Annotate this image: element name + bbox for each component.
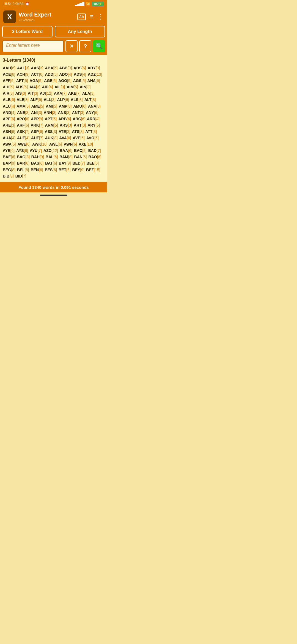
list-item[interactable]: AYU[7] (30, 148, 42, 154)
list-item[interactable]: BAM[8] (59, 154, 72, 160)
list-item[interactable]: ACH[9] (17, 71, 29, 78)
list-item[interactable]: ANE[3] (17, 110, 29, 116)
list-item[interactable]: BEL[6] (17, 167, 29, 173)
list-item[interactable]: ASH[6] (3, 129, 15, 135)
list-item[interactable]: BAH[9] (31, 154, 44, 160)
list-item[interactable]: ABS[6] (73, 65, 86, 71)
list-item[interactable]: AMP[8] (59, 103, 72, 110)
list-item[interactable]: ARK[7] (31, 122, 43, 129)
filter-icon[interactable]: ≡ (90, 13, 94, 21)
list-item[interactable]: AGA[5] (30, 78, 43, 84)
list-item[interactable]: ARC[6] (73, 116, 85, 122)
list-item[interactable]: AGS[5] (73, 78, 86, 84)
list-item[interactable]: AWL[6] (49, 141, 62, 148)
list-item[interactable]: ANY[6] (86, 110, 98, 116)
list-item[interactable]: AYE[6] (3, 148, 15, 154)
list-item[interactable]: AAL[3] (17, 65, 29, 71)
list-item[interactable]: AHA[6] (87, 78, 100, 84)
list-item[interactable]: BEZ[15] (86, 167, 100, 173)
list-item[interactable]: AWN[6] (64, 141, 77, 148)
book-icon[interactable]: Ab (77, 13, 86, 20)
list-item[interactable]: ACT[6] (31, 71, 43, 78)
list-item[interactable]: AIL[3] (54, 84, 65, 90)
list-item[interactable]: BAN[6] (74, 154, 87, 160)
list-item[interactable]: AND[4] (3, 110, 15, 116)
list-item[interactable]: AKA[7] (54, 90, 67, 97)
list-item[interactable]: AMU[6] (73, 103, 86, 110)
list-item[interactable]: ARD[4] (87, 116, 100, 122)
search-input-wrap[interactable] (2, 40, 64, 52)
menu-icon[interactable]: ⋮ (97, 13, 104, 21)
list-item[interactable]: ALT[3] (84, 97, 96, 103)
any-length-button[interactable]: Any Length (55, 26, 105, 37)
list-item[interactable]: APT[6] (45, 116, 57, 122)
list-item[interactable]: ASS[3] (45, 129, 57, 135)
list-item[interactable]: AVO[6] (86, 135, 99, 141)
list-item[interactable]: AIR[3] (3, 90, 14, 97)
list-item[interactable]: BAL[6] (46, 154, 58, 160)
list-item[interactable]: BIB[9] (3, 173, 14, 179)
list-item[interactable]: ARB[6] (58, 116, 71, 122)
search-button[interactable]: 🔍 (93, 40, 105, 52)
list-item[interactable]: AIN[3] (80, 84, 91, 90)
list-item[interactable]: ANI[3] (31, 110, 42, 116)
list-item[interactable]: ASP[6] (31, 129, 43, 135)
list-item[interactable]: ANT[3] (72, 110, 84, 116)
list-item[interactable]: ALA[3] (82, 90, 94, 97)
help-button[interactable]: ? (79, 40, 91, 52)
list-item[interactable]: AVA[6] (59, 135, 71, 141)
list-item[interactable]: ARS[3] (60, 122, 72, 129)
list-item[interactable]: AWE[6] (17, 141, 30, 148)
list-item[interactable]: ALP[6] (57, 97, 69, 103)
list-item[interactable]: BAE[6] (3, 154, 15, 160)
list-item[interactable]: AIT[3] (28, 90, 38, 97)
list-item[interactable]: AMA[5] (16, 103, 29, 110)
list-item[interactable]: ASK[7] (17, 129, 29, 135)
list-item[interactable]: ALE[3] (16, 97, 29, 103)
list-item[interactable]: ALU[4] (3, 103, 15, 110)
list-item[interactable]: BAC[9] (74, 148, 87, 154)
list-item[interactable]: AUE[4] (17, 135, 29, 141)
list-item[interactable]: APE[6] (3, 116, 15, 122)
list-item[interactable]: AIM[5] (67, 84, 78, 90)
list-item[interactable]: ANA[3] (88, 103, 101, 110)
list-item[interactable]: BAD[7] (88, 148, 101, 154)
list-item[interactable]: AIA[3] (29, 84, 40, 90)
list-item[interactable]: ARF[6] (17, 122, 29, 129)
list-item[interactable]: AUK[8] (45, 135, 57, 141)
list-item[interactable]: BAO[6] (89, 154, 101, 160)
list-item[interactable]: ATS[3] (72, 129, 84, 135)
list-item[interactable]: AMI[5] (46, 103, 57, 110)
list-item[interactable]: BAT[6] (45, 160, 57, 167)
list-item[interactable]: ACE[6] (3, 71, 15, 78)
list-item[interactable]: BES[6] (45, 167, 57, 173)
list-item[interactable]: ANN[3] (44, 110, 56, 116)
list-item[interactable]: ALL[3] (44, 97, 56, 103)
list-item[interactable]: ALF[6] (30, 97, 42, 103)
list-item[interactable]: BEN[6] (31, 167, 43, 173)
list-item[interactable]: AIS[3] (15, 90, 26, 97)
list-item[interactable]: ARM[5] (45, 122, 58, 129)
list-item[interactable]: ANS[3] (58, 110, 70, 116)
list-item[interactable]: AHI[6] (3, 84, 14, 90)
list-item[interactable]: AUF[7] (31, 135, 43, 141)
list-item[interactable]: BEY[9] (72, 167, 84, 173)
list-item[interactable]: ADD[5] (45, 71, 57, 78)
list-item[interactable]: AZO[12] (43, 148, 58, 154)
list-item[interactable]: ALB[6] (3, 97, 15, 103)
list-item[interactable]: BID[7] (15, 173, 26, 179)
list-item[interactable]: ADZ[13] (88, 71, 102, 78)
list-item[interactable]: ARE[3] (3, 122, 15, 129)
list-item[interactable]: BEE[6] (87, 160, 99, 167)
list-item[interactable]: AVE[6] (73, 135, 84, 141)
list-item[interactable]: BAY[9] (59, 160, 71, 167)
list-item[interactable]: AJI[12] (40, 90, 52, 97)
list-item[interactable]: ATE[3] (59, 129, 70, 135)
list-item[interactable]: BAS[6] (31, 160, 43, 167)
list-item[interactable]: AHS[6] (15, 84, 28, 90)
list-item[interactable]: AAS[3] (31, 65, 43, 71)
list-item[interactable]: ATT[3] (85, 129, 97, 135)
list-item[interactable]: BAG[8] (17, 154, 30, 160)
list-item[interactable]: ABA[6] (45, 65, 57, 71)
list-item[interactable]: APO[6] (16, 116, 29, 122)
